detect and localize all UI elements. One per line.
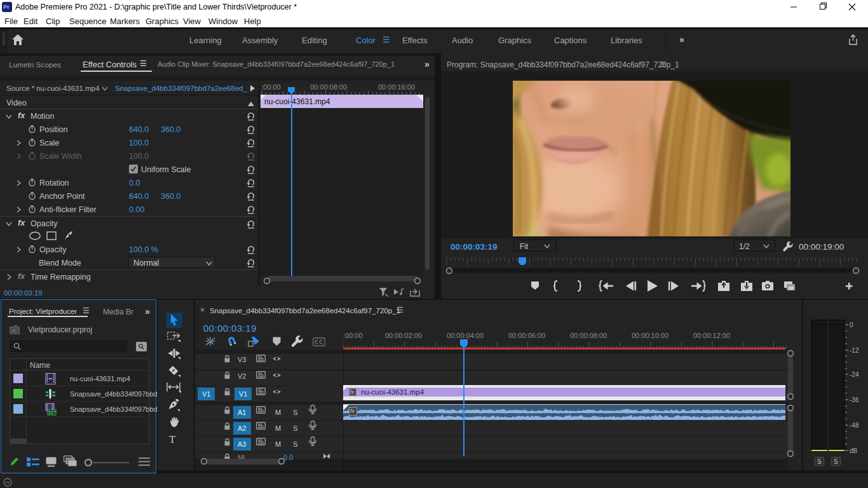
svg-text:M: M [275,424,281,432]
svg-text:S: S [293,424,297,432]
svg-text:V2: V2 [238,372,246,380]
svg-text:V3: V3 [238,356,246,363]
svg-text:S: S [293,440,297,448]
svg-text:A3: A3 [238,440,246,448]
svg-text:A1: A1 [238,409,246,416]
svg-text:V1: V1 [202,390,210,398]
svg-text:-12: -12 [850,347,859,354]
svg-text:S: S [293,409,297,416]
svg-text:-36: -36 [850,396,859,403]
svg-text:V1: V1 [239,390,247,398]
svg-text:dB: dB [850,447,858,454]
svg-text:-24: -24 [850,371,859,378]
svg-text:M: M [275,440,281,448]
svg-text:M: M [275,409,281,416]
svg-text:0: 0 [850,322,853,329]
svg-text:-48: -48 [850,422,859,429]
svg-text:A2: A2 [238,424,246,432]
